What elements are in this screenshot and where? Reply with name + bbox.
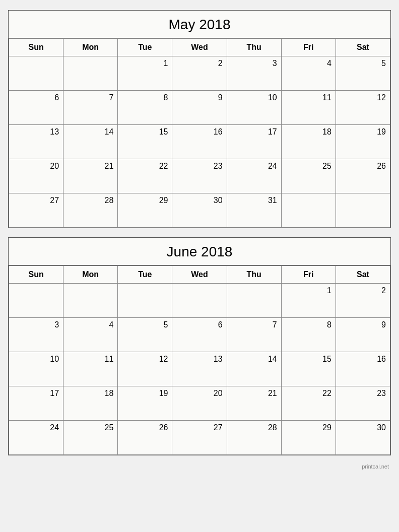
may-header-row: Sun Mon Tue Wed Thu Fri Sat — [9, 39, 390, 56]
june-title: June 2018 — [9, 238, 390, 265]
list-item — [227, 284, 281, 318]
list-item — [9, 56, 63, 91]
table-row: 20212223242526 — [9, 159, 390, 193]
list-item: 27 — [9, 193, 63, 228]
list-item: 2 — [172, 56, 227, 91]
list-item: 5 — [118, 318, 172, 352]
june-grid: Sun Mon Tue Wed Thu Fri Sat 123456789101… — [9, 265, 390, 455]
may-header-thu: Thu — [227, 39, 281, 56]
list-item: 28 — [227, 421, 281, 455]
list-item: 13 — [172, 352, 227, 386]
watermark: printcal.net — [8, 463, 391, 470]
list-item: 9 — [336, 318, 390, 352]
list-item — [172, 284, 227, 318]
june-header-thu: Thu — [227, 266, 281, 284]
list-item: 1 — [118, 56, 172, 91]
list-item: 16 — [172, 125, 227, 159]
list-item: 23 — [336, 386, 390, 421]
list-item: 7 — [63, 91, 118, 125]
list-item: 17 — [9, 386, 63, 421]
list-item: 18 — [63, 386, 118, 421]
may-header-fri: Fri — [281, 39, 336, 56]
list-item: 18 — [281, 125, 336, 159]
list-item: 17 — [227, 125, 281, 159]
list-item: 14 — [63, 125, 118, 159]
june-header-fri: Fri — [281, 266, 336, 284]
list-item: 7 — [227, 318, 281, 352]
list-item: 29 — [118, 193, 172, 228]
table-row: 17181920212223 — [9, 386, 390, 421]
table-row: 12345 — [9, 56, 390, 91]
list-item: 2 — [336, 284, 390, 318]
list-item: 27 — [172, 421, 227, 455]
table-row: 13141516171819 — [9, 125, 390, 159]
may-calendar: May 2018 Sun Mon Tue Wed Thu Fri Sat 123… — [8, 10, 391, 228]
table-row: 10111213141516 — [9, 352, 390, 386]
list-item: 26 — [118, 421, 172, 455]
list-item: 3 — [9, 318, 63, 352]
list-item: 13 — [9, 125, 63, 159]
list-item: 1 — [281, 284, 336, 318]
list-item — [281, 193, 336, 228]
may-header-mon: Mon — [63, 39, 118, 56]
list-item: 22 — [281, 386, 336, 421]
may-title: May 2018 — [9, 11, 390, 38]
june-header-sat: Sat — [336, 266, 390, 284]
list-item: 8 — [281, 318, 336, 352]
list-item: 3 — [227, 56, 281, 91]
list-item: 14 — [227, 352, 281, 386]
june-header-tue: Tue — [118, 266, 172, 284]
list-item: 12 — [118, 352, 172, 386]
list-item: 23 — [172, 159, 227, 193]
list-item: 20 — [172, 386, 227, 421]
list-item: 29 — [281, 421, 336, 455]
list-item: 15 — [118, 125, 172, 159]
list-item: 26 — [336, 159, 390, 193]
list-item: 21 — [227, 386, 281, 421]
list-item — [118, 284, 172, 318]
list-item: 11 — [281, 91, 336, 125]
list-item: 25 — [63, 421, 118, 455]
may-header-wed: Wed — [172, 39, 227, 56]
list-item: 10 — [9, 352, 63, 386]
may-header-tue: Tue — [118, 39, 172, 56]
june-header-sun: Sun — [9, 266, 63, 284]
list-item — [9, 284, 63, 318]
list-item: 11 — [63, 352, 118, 386]
list-item: 16 — [336, 352, 390, 386]
list-item: 10 — [227, 91, 281, 125]
list-item: 9 — [172, 91, 227, 125]
list-item: 12 — [336, 91, 390, 125]
list-item: 8 — [118, 91, 172, 125]
list-item: 6 — [9, 91, 63, 125]
list-item: 24 — [227, 159, 281, 193]
list-item: 20 — [9, 159, 63, 193]
list-item — [63, 56, 118, 91]
table-row: 3456789 — [9, 318, 390, 352]
list-item: 25 — [281, 159, 336, 193]
list-item: 4 — [63, 318, 118, 352]
may-header-sun: Sun — [9, 39, 63, 56]
list-item — [63, 284, 118, 318]
list-item: 30 — [172, 193, 227, 228]
table-row: 2728293031 — [9, 193, 390, 228]
list-item: 28 — [63, 193, 118, 228]
list-item: 19 — [118, 386, 172, 421]
list-item: 5 — [336, 56, 390, 91]
list-item: 24 — [9, 421, 63, 455]
table-row: 24252627282930 — [9, 421, 390, 455]
table-row: 6789101112 — [9, 91, 390, 125]
june-header-row: Sun Mon Tue Wed Thu Fri Sat — [9, 266, 390, 284]
table-row: 12 — [9, 284, 390, 318]
may-grid: Sun Mon Tue Wed Thu Fri Sat 123456789101… — [9, 38, 390, 228]
june-header-wed: Wed — [172, 266, 227, 284]
list-item: 22 — [118, 159, 172, 193]
list-item: 15 — [281, 352, 336, 386]
list-item — [336, 193, 390, 228]
list-item: 19 — [336, 125, 390, 159]
may-header-sat: Sat — [336, 39, 390, 56]
list-item: 31 — [227, 193, 281, 228]
june-header-mon: Mon — [63, 266, 118, 284]
list-item: 4 — [281, 56, 336, 91]
june-calendar: June 2018 Sun Mon Tue Wed Thu Fri Sat 12… — [8, 237, 391, 455]
